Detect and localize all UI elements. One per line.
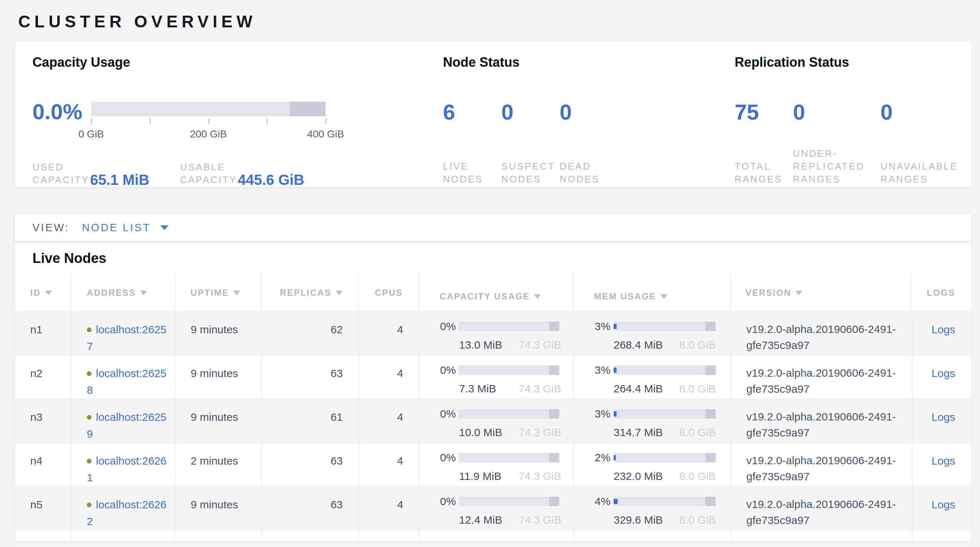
node-mem-cell: 3% 314.7 MiB8.0 GiB	[574, 399, 731, 443]
sort-desc-icon	[233, 291, 240, 296]
logs-link[interactable]: Logs	[932, 411, 955, 423]
logs-link[interactable]: Logs	[932, 367, 955, 379]
summary-card: Capacity Usage 0.0% 0 GiB 20	[14, 41, 972, 188]
node-id-cell: n5	[15, 487, 72, 530]
chevron-down-icon	[161, 225, 169, 230]
column-header-address[interactable]: ADDRESS	[72, 274, 175, 312]
column-header-capacity-usage[interactable]: CAPACITY USAGE	[419, 274, 573, 312]
column-header-replicas[interactable]: REPLICAS	[262, 274, 359, 312]
node-version-cell: v19.2.0-alpha.20190606-2491-gfe735c9a97	[731, 399, 913, 443]
sort-desc-icon	[45, 291, 52, 296]
capacity-bar-reserve-segment	[290, 102, 326, 116]
capacity-usage-heading: Capacity Usage	[32, 54, 441, 70]
dead-nodes-stat: 0 DEAD NODES	[560, 101, 600, 186]
table-row-n2: n2 localhost:26258 9 minutes 63 4 0% 7.3…	[15, 356, 971, 399]
node-logs-cell: Logs	[913, 399, 971, 443]
node-status-heading: Node Status	[443, 54, 735, 70]
node-id-cell: n3	[15, 399, 72, 443]
logs-link[interactable]: Logs	[932, 323, 955, 336]
mem-bar	[614, 409, 716, 419]
sort-desc-icon	[336, 291, 342, 296]
live-nodes-heading: Live Nodes	[32, 251, 971, 266]
capacity-bar	[459, 409, 559, 419]
total-ranges-count: 75	[735, 101, 793, 124]
node-id-cell: n2	[15, 356, 72, 399]
sort-desc-icon	[660, 294, 667, 299]
node-address-link[interactable]: localhost:26262	[87, 498, 166, 527]
node-uptime-cell: 9 minutes	[175, 399, 262, 443]
node-cpus-cell: 4	[359, 356, 420, 399]
node-address-link[interactable]: localhost:26261	[87, 455, 166, 483]
view-dropdown-value[interactable]: NODE LIST	[82, 222, 151, 234]
column-header-uptime[interactable]: UPTIME	[175, 274, 262, 312]
node-logs-cell: Logs	[913, 443, 971, 487]
axis-tick	[150, 119, 151, 124]
total-ranges-label: TOTAL RANGES	[735, 160, 793, 186]
node-mem-cell: 3% 264.4 MiB8.0 GiB	[574, 356, 731, 399]
node-address-link[interactable]: localhost:26259	[87, 411, 166, 440]
view-label: VIEW:	[32, 222, 70, 234]
capacity-bar	[459, 453, 559, 463]
mem-bar	[614, 366, 716, 375]
table-row-partial	[15, 531, 971, 540]
node-capacity-cell: 0% 12.4 MiB74.3 GiB	[420, 487, 574, 530]
used-capacity-stat: USED CAPACITY 65.1 MiB	[32, 161, 180, 186]
replication-status-heading: Replication Status	[735, 54, 968, 70]
capacity-axis: 0 GiB 200 GiB 400 GiB	[91, 119, 326, 144]
mem-bar	[614, 497, 716, 506]
node-address-link[interactable]: localhost:26257	[87, 323, 166, 352]
node-version-cell: v19.2.0-alpha.20190606-2491-gfe735c9a97	[731, 312, 913, 355]
table-header-row: ID ADDRESS UPTIME REPLICAS CPUS CAPACITY…	[15, 274, 971, 312]
node-address-cell: localhost:26257	[72, 312, 175, 355]
node-cpus-cell: 4	[359, 399, 420, 443]
axis-tick	[91, 119, 92, 124]
column-header-logs: LOGS	[912, 274, 971, 312]
node-uptime-cell: 9 minutes	[175, 312, 262, 355]
cluster-overview-page: CLUSTER OVERVIEW Capacity Usage 0.0%	[0, 0, 980, 542]
view-dropdown[interactable]: NODE LIST	[82, 222, 169, 234]
unavailable-ranges-label: UNAVAILABLE RANGES	[880, 160, 958, 186]
node-address-cell: localhost:26261	[72, 443, 175, 487]
node-logs-cell: Logs	[913, 356, 971, 399]
replication-status-section: Replication Status 75 TOTAL RANGES 0 UND…	[735, 54, 968, 186]
node-cpus-cell: 4	[359, 487, 420, 530]
column-header-mem-usage[interactable]: MEM USAGE	[573, 274, 730, 312]
node-uptime-cell: 2 minutes	[175, 443, 262, 487]
suspect-nodes-label: SUSPECT NODES	[501, 160, 560, 186]
table-row-n5: n5 localhost:26262 9 minutes 63 4 0% 12.…	[15, 487, 971, 531]
usable-capacity-value: 445.6 GiB	[238, 172, 304, 187]
dead-nodes-label: DEAD NODES	[560, 160, 600, 186]
total-ranges-stat: 75 TOTAL RANGES	[735, 101, 793, 186]
node-replicas-cell: 63	[262, 356, 359, 399]
live-nodes-label: LIVE NODES	[443, 160, 501, 186]
capacity-usage-section: Capacity Usage 0.0% 0 GiB 20	[32, 54, 441, 186]
node-address-cell: localhost:26258	[72, 356, 175, 399]
node-replicas-cell: 63	[262, 487, 359, 530]
column-header-id[interactable]: ID	[15, 274, 72, 312]
dead-nodes-count: 0	[560, 101, 600, 124]
node-live-status-icon	[87, 502, 92, 507]
node-version-cell: v19.2.0-alpha.20190606-2491-gfe735c9a97	[731, 487, 913, 530]
axis-tick-label: 400 GiB	[307, 128, 344, 140]
node-address-link[interactable]: localhost:26258	[87, 367, 166, 396]
capacity-bar	[91, 102, 326, 116]
axis-tick-label: 0 GiB	[78, 128, 104, 140]
view-bar: VIEW: NODE LIST	[14, 214, 972, 242]
column-header-cpus: CPUS	[359, 274, 419, 312]
logs-link[interactable]: Logs	[932, 498, 955, 510]
node-address-cell: localhost:26262	[72, 487, 175, 530]
used-capacity-label: USED CAPACITY	[32, 161, 90, 186]
mem-bar	[614, 322, 716, 331]
node-capacity-cell: 0% 13.0 MiB74.3 GiB	[420, 312, 574, 355]
axis-tick-label: 200 GiB	[190, 128, 227, 140]
suspect-nodes-count: 0	[501, 101, 560, 124]
node-mem-cell: 2% 232.0 MiB8.0 GiB	[574, 443, 731, 487]
suspect-nodes-stat: 0 SUSPECT NODES	[501, 101, 560, 186]
node-capacity-cell: 0% 10.0 MiB74.3 GiB	[420, 399, 574, 443]
sort-desc-icon	[795, 291, 802, 296]
page-title: CLUSTER OVERVIEW	[18, 12, 980, 31]
column-header-version[interactable]: VERSION	[730, 274, 912, 312]
unavailable-ranges-stat: 0 UNAVAILABLE RANGES	[880, 101, 958, 186]
node-live-status-icon	[87, 328, 92, 332]
logs-link[interactable]: Logs	[932, 455, 955, 467]
